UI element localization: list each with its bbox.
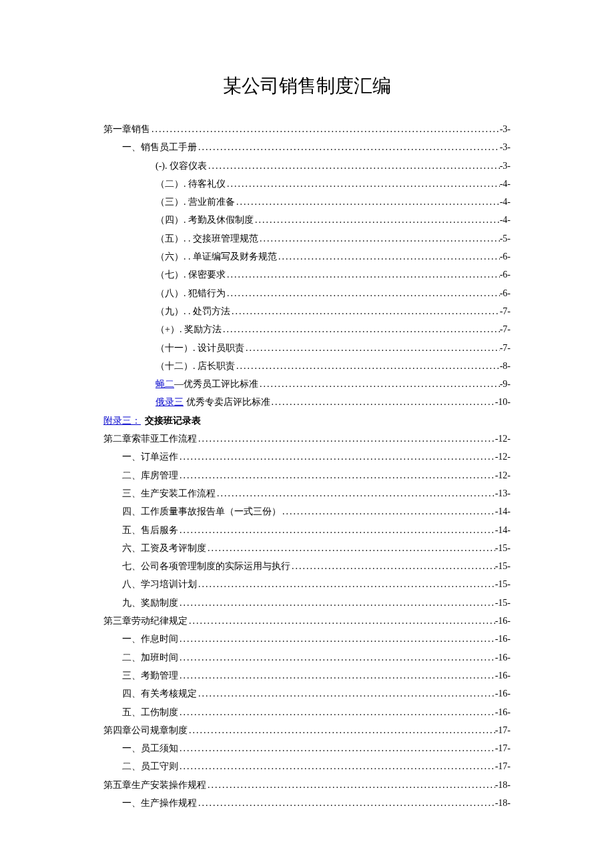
toc-entry: 八、学习培训计划-15-	[103, 575, 511, 593]
toc-label: 一、员工须知	[122, 739, 178, 757]
toc-leader-dots	[226, 284, 500, 302]
toc-link-prefix[interactable]: 蝇二	[156, 379, 174, 389]
toc-leader-dots	[281, 502, 495, 520]
appendix-link[interactable]: 附录三：	[103, 412, 141, 430]
toc-label: 第一章销售	[103, 120, 150, 138]
toc-label: 二、库房管理	[122, 466, 178, 484]
toc-leader-dots	[197, 685, 495, 703]
toc-page-number: -12-	[495, 430, 511, 448]
toc-entry: 四、工作质量事故报告单（一式三份）-14-	[103, 502, 511, 520]
toc-label: 五、售后服务	[122, 521, 178, 539]
toc-leader-dots	[178, 757, 495, 775]
toc-label: （九）. . 处罚方法	[156, 302, 230, 320]
toc-label: 俄录三 优秀专卖店评比标准	[156, 393, 270, 411]
toc-leader-dots	[258, 230, 500, 248]
toc-leader-dots	[270, 393, 495, 411]
toc-label: （四）. 考勤及休假制度	[156, 211, 254, 229]
toc-page-number: -16-	[495, 667, 511, 685]
toc-label: (-). 仪容仪表	[156, 157, 207, 175]
toc-leader-dots	[178, 630, 495, 648]
toc-entry: 一、员工须知-17-	[103, 739, 511, 757]
appendix-entry: 附录三：交接班记录表	[103, 412, 511, 430]
toc-page-number: -9-	[500, 375, 511, 393]
toc-page-number: -16-	[495, 630, 511, 648]
toc-entry: 三、生产安装工作流程-13-	[103, 484, 511, 502]
toc-leader-dots	[178, 703, 495, 721]
toc-entry: 一、生产操作规程-18-	[103, 794, 511, 812]
toc-entry: 第一章销售-3-	[103, 120, 511, 138]
toc-page-number: -17-	[495, 739, 511, 757]
toc-page-number: -3-	[500, 138, 511, 156]
toc-page-number: -16-	[495, 685, 511, 703]
toc-leader-dots	[207, 157, 500, 175]
toc-leader-dots	[197, 138, 500, 156]
toc-entry: 蝇二—优秀员工评比标准-9-	[103, 375, 511, 393]
toc-entry: 五、售后服务-14-	[103, 521, 511, 539]
toc-leader-dots	[290, 557, 495, 575]
toc-page-number: -18-	[495, 794, 511, 812]
toc-page-number: -15-	[495, 594, 511, 612]
toc-label: 三、生产安装工作流程	[122, 484, 216, 502]
toc-entry: （十二）. 店长职责-8-	[103, 357, 511, 375]
toc-leader-dots	[244, 339, 500, 357]
toc-page-number: -6-	[500, 248, 511, 266]
toc-entry: 四、有关考核规定-16-	[103, 685, 511, 703]
toc-page-number: -8-	[500, 357, 511, 375]
toc-leader-dots	[206, 776, 495, 794]
toc-label: （七）. 保密要求	[156, 266, 226, 284]
toc-label: 第三章劳动纪律规定	[103, 612, 188, 630]
toc-label: （二）. 待客礼仪	[156, 175, 226, 193]
toc-entry: 第四章公司规章制度-17-	[103, 721, 511, 739]
toc-leader-dots	[178, 667, 495, 685]
toc-label: （三）. 营业前准备	[156, 193, 235, 211]
toc-label: 二、员工守则	[122, 757, 178, 775]
toc-leader-dots	[178, 648, 495, 667]
toc-entry: (-). 仪容仪表-3-	[103, 157, 511, 175]
toc-entry: 一、订单运作-12-	[103, 448, 511, 466]
toc-page-number: -18-	[495, 776, 511, 794]
toc-label: 四、有关考核规定	[122, 685, 197, 703]
toc-leader-dots	[235, 193, 500, 211]
document-title: 某公司销售制度汇编	[103, 73, 511, 99]
toc-label: 一、生产操作规程	[122, 794, 197, 812]
toc-label: 七、公司各项管理制度的实际运用与执行	[122, 557, 290, 575]
toc-page-number: -7-	[500, 302, 511, 320]
toc-entry: （五）. . 交接班管理规范-5-	[103, 230, 511, 248]
toc-label: 八、学习培训计划	[122, 575, 197, 593]
toc-page-number: -6-	[500, 284, 511, 302]
toc-entry: （六）. . 单证编写及财务规范-6-	[103, 248, 511, 266]
toc-page-number: -4-	[500, 211, 511, 229]
toc-link-prefix[interactable]: 俄录三	[156, 397, 184, 407]
toc-label: 三、考勤管理	[122, 667, 178, 685]
toc-entry: 二、加班时间-16-	[103, 648, 511, 667]
toc-entry: 二、库房管理-12-	[103, 466, 511, 484]
toc-page-number: -13-	[495, 484, 511, 502]
toc-label: （十一）. 设计员职责	[156, 339, 244, 357]
appendix-title: 交接班记录表	[145, 412, 201, 430]
toc-leader-dots	[178, 594, 495, 612]
toc-label: 六、工资及考评制度	[122, 539, 206, 557]
toc-entry: （四）. 考勤及休假制度-4-	[103, 211, 511, 229]
toc-page-number: -7-	[500, 320, 511, 338]
toc-page-number: -5-	[500, 230, 511, 248]
toc-leader-dots	[216, 484, 495, 502]
toc-label: 第二章索菲亚工作流程	[103, 430, 197, 448]
toc-label: 一、销售员工手册	[122, 138, 197, 156]
toc-page-number: -16-	[495, 648, 511, 667]
toc-leader-dots	[178, 448, 495, 466]
toc-leader-dots	[206, 539, 495, 557]
table-of-contents: 第一章销售-3-一、销售员工手册-3-(-). 仪容仪表-3-（二）. 待客礼仪…	[103, 120, 511, 812]
toc-entry: 六、工资及考评制度-15-	[103, 539, 511, 557]
toc-label: （六）. . 单证编写及财务规范	[156, 248, 277, 266]
toc-entry: （+）. 奖励方法-7-	[103, 320, 511, 338]
toc-entry: 三、考勤管理-16-	[103, 667, 511, 685]
toc-entry: （九）. . 处罚方法-7-	[103, 302, 511, 320]
toc-page-number: -14-	[495, 502, 511, 520]
toc-page-number: -4-	[500, 175, 511, 193]
toc-leader-dots	[235, 357, 500, 375]
toc-leader-dots	[197, 430, 495, 448]
toc-label: （十二）. 店长职责	[156, 357, 235, 375]
toc-entry: 七、公司各项管理制度的实际运用与执行-15-	[103, 557, 511, 575]
toc-page-number: -4-	[500, 193, 511, 211]
toc-leader-dots	[226, 175, 500, 193]
